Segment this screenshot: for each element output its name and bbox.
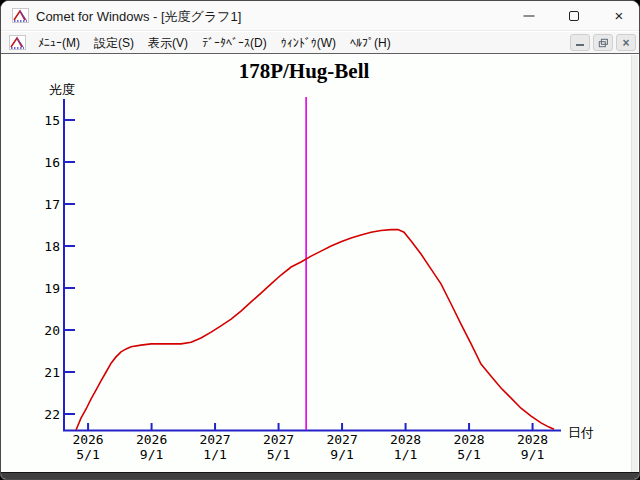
y-axis-label: 光度	[49, 82, 75, 97]
x-tick-label-day: 5/1	[76, 447, 99, 462]
x-tick-label-year: 2027	[326, 432, 357, 447]
x-axis-label: 日付	[568, 425, 594, 440]
x-tick-label-year: 2028	[517, 432, 548, 447]
x-tick-label-day: 9/1	[330, 447, 353, 462]
y-tick-label: 22	[44, 407, 60, 422]
x-tick-label-day: 5/1	[267, 447, 290, 462]
x-tick-label-day: 9/1	[140, 447, 163, 462]
x-tick-label-year: 2027	[199, 432, 230, 447]
x-tick-label-year: 2027	[263, 432, 294, 447]
x-tick-label-year: 2026	[72, 432, 103, 447]
y-tick-label: 21	[44, 365, 60, 380]
x-tick-label-day: 9/1	[521, 447, 544, 462]
y-tick-label: 15	[44, 113, 60, 128]
y-tick-label: 16	[44, 155, 60, 170]
x-tick-label-day: 5/1	[457, 447, 480, 462]
x-tick-label-year: 2028	[453, 432, 484, 447]
x-tick-label-day: 1/1	[394, 447, 417, 462]
y-tick-label: 18	[44, 239, 60, 254]
light-curve	[76, 230, 554, 430]
x-tick-label-year: 2026	[136, 432, 167, 447]
x-tick-label-day: 1/1	[203, 447, 226, 462]
chart-title: 178P/Hug-Bell	[239, 59, 370, 83]
app-window: Comet for Windows - [光度グラフ1] × ﾒﾆｭｰ(M) 設…	[0, 0, 640, 480]
y-tick-label: 19	[44, 281, 60, 296]
y-tick-label: 17	[44, 197, 60, 212]
y-tick-label: 20	[44, 323, 60, 338]
light-curve-chart: 178P/Hug-Bell光度日付151617181920212220265/1…	[1, 1, 640, 480]
x-tick-label-year: 2028	[390, 432, 421, 447]
window-bottom-frame	[1, 472, 639, 479]
axes	[64, 99, 561, 431]
